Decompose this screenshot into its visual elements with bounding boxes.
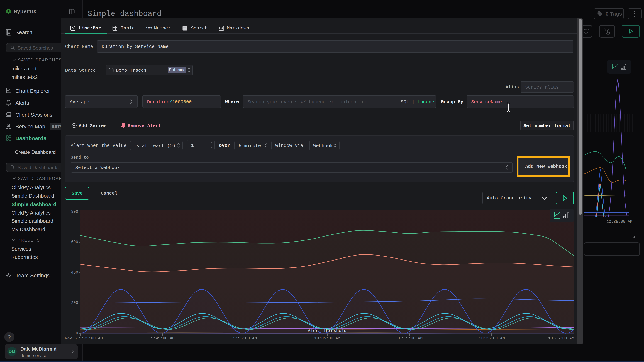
svg-text:Alert Threshold: Alert Threshold (308, 328, 346, 333)
